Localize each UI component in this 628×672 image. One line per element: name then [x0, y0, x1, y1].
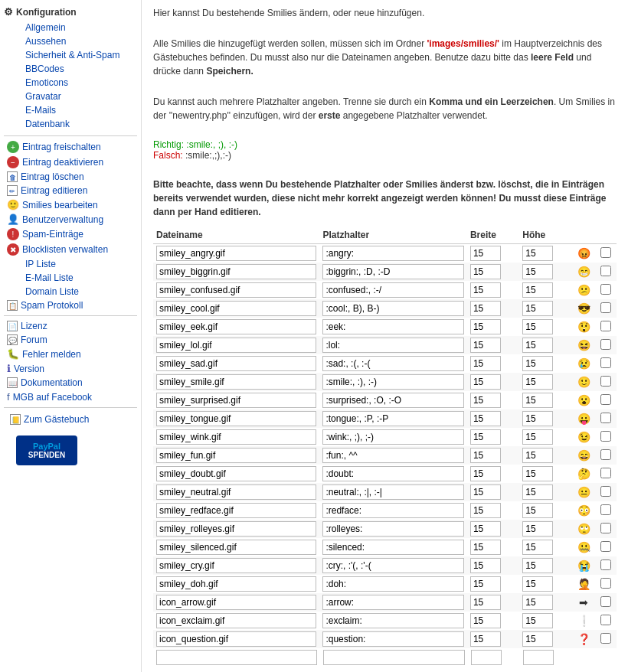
row-checkbox-16[interactable] — [600, 541, 611, 552]
sidebar-item-zum-gastebuch[interactable]: 📒 Zum Gästebuch — [4, 411, 137, 428]
sidebar-item-facebook[interactable]: f MGB auf Facebook — [4, 390, 137, 404]
placeholder-input-7[interactable] — [322, 374, 464, 390]
height-input-6[interactable] — [522, 356, 553, 371]
row-checkbox-14[interactable] — [600, 504, 611, 515]
row-checkbox-7[interactable] — [600, 376, 611, 387]
height-input-9[interactable] — [522, 411, 553, 426]
height-input-0[interactable] — [522, 246, 553, 261]
filename-input-1[interactable] — [156, 264, 316, 279]
height-input-14[interactable] — [522, 503, 553, 518]
placeholder-input-4[interactable] — [322, 319, 464, 334]
filename-input-10[interactable] — [156, 429, 316, 445]
row-checkbox-8[interactable] — [600, 394, 611, 405]
filename-input-14[interactable] — [156, 503, 316, 518]
width-input-4[interactable] — [470, 319, 501, 334]
width-input-1[interactable] — [470, 264, 501, 279]
width-input-11[interactable] — [470, 448, 501, 463]
width-input-15[interactable] — [470, 521, 501, 537]
height-input-1[interactable] — [522, 264, 553, 279]
new-width-input[interactable] — [471, 650, 502, 665]
filename-input-2[interactable] — [156, 282, 316, 298]
placeholder-input-6[interactable] — [322, 356, 464, 371]
filename-input-20[interactable] — [156, 613, 316, 628]
sidebar-item-aussehen[interactable]: Aussehen — [4, 34, 137, 48]
height-input-13[interactable] — [522, 484, 553, 500]
row-checkbox-21[interactable] — [600, 633, 611, 644]
height-input-2[interactable] — [522, 282, 553, 298]
row-checkbox-5[interactable] — [600, 339, 611, 350]
height-input-10[interactable] — [522, 429, 553, 445]
row-checkbox-13[interactable] — [600, 486, 611, 497]
sidebar-item-ip-liste[interactable]: IP Liste — [4, 257, 137, 271]
sidebar-item-spam-protokoll[interactable]: 📋 Spam Protokoll — [4, 298, 137, 312]
placeholder-input-13[interactable] — [322, 484, 464, 500]
filename-input-7[interactable] — [156, 374, 316, 390]
width-input-5[interactable] — [470, 338, 501, 353]
height-input-19[interactable] — [522, 595, 553, 610]
height-input-11[interactable] — [522, 448, 553, 463]
height-input-16[interactable] — [522, 540, 553, 555]
sidebar-item-bbcodes[interactable]: BBCodes — [4, 62, 137, 76]
row-checkbox-17[interactable] — [600, 559, 611, 570]
row-checkbox-6[interactable] — [600, 357, 611, 368]
width-input-21[interactable] — [470, 631, 501, 647]
placeholder-input-18[interactable] — [322, 576, 464, 592]
width-input-13[interactable] — [470, 484, 501, 500]
row-checkbox-18[interactable] — [600, 578, 611, 589]
filename-input-11[interactable] — [156, 448, 316, 463]
filename-input-5[interactable] — [156, 338, 316, 353]
width-input-18[interactable] — [470, 576, 501, 592]
filename-input-13[interactable] — [156, 484, 316, 500]
height-input-20[interactable] — [522, 613, 553, 628]
width-input-10[interactable] — [470, 429, 501, 445]
height-input-3[interactable] — [522, 301, 553, 316]
placeholder-input-16[interactable] — [322, 540, 464, 555]
height-input-7[interactable] — [522, 374, 553, 390]
filename-input-0[interactable] — [156, 246, 316, 261]
sidebar-item-smilies-bearbeiten[interactable]: 🙂 Smilies bearbeiten — [4, 197, 137, 212]
filename-input-16[interactable] — [156, 540, 316, 555]
row-checkbox-20[interactable] — [600, 615, 611, 625]
new-placeholder-input[interactable] — [323, 650, 465, 665]
sidebar-item-gravatar[interactable]: Gravatar — [4, 90, 137, 103]
width-input-9[interactable] — [470, 411, 501, 426]
placeholder-input-3[interactable] — [322, 301, 464, 316]
filename-input-18[interactable] — [156, 576, 316, 592]
sidebar-item-eintrag-deaktivieren[interactable]: − Eintrag deaktivieren — [4, 155, 137, 170]
row-checkbox-10[interactable] — [600, 431, 611, 442]
sidebar-item-dokumentation[interactable]: 📖 Dokumentation — [4, 376, 137, 390]
placeholder-input-11[interactable] — [322, 448, 464, 463]
width-input-3[interactable] — [470, 301, 501, 316]
placeholder-input-12[interactable] — [322, 466, 464, 481]
sidebar-item-version[interactable]: ℹ Version — [4, 361, 137, 376]
sidebar-item-allgemein[interactable]: Allgemein — [4, 21, 137, 34]
row-checkbox-12[interactable] — [600, 468, 611, 478]
row-checkbox-3[interactable] — [600, 302, 611, 313]
width-input-8[interactable] — [470, 393, 501, 408]
width-input-7[interactable] — [470, 374, 501, 390]
height-input-15[interactable] — [522, 521, 553, 537]
height-input-18[interactable] — [522, 576, 553, 592]
sidebar-item-fehler-melden[interactable]: 🐛 Fehler melden — [4, 347, 137, 361]
row-checkbox-9[interactable] — [600, 413, 611, 423]
placeholder-input-14[interactable] — [322, 503, 464, 518]
sidebar-item-datenbank[interactable]: Datenbank — [4, 117, 137, 131]
placeholder-input-19[interactable] — [322, 595, 464, 610]
width-input-14[interactable] — [470, 503, 501, 518]
paypal-button[interactable]: PayPal SPENDEN — [16, 435, 77, 465]
filename-input-21[interactable] — [156, 631, 316, 647]
width-input-16[interactable] — [470, 540, 501, 555]
filename-input-17[interactable] — [156, 558, 316, 573]
row-checkbox-19[interactable] — [600, 596, 611, 607]
placeholder-input-20[interactable] — [322, 613, 464, 628]
filename-input-15[interactable] — [156, 521, 316, 537]
width-input-2[interactable] — [470, 282, 501, 298]
new-height-input[interactable] — [523, 650, 554, 665]
height-input-21[interactable] — [522, 631, 553, 647]
height-input-8[interactable] — [522, 393, 553, 408]
width-input-20[interactable] — [470, 613, 501, 628]
placeholder-input-0[interactable] — [322, 246, 464, 261]
sidebar-item-spam-eintraege[interactable]: ! Spam-Einträge — [4, 227, 137, 242]
placeholder-input-9[interactable] — [322, 411, 464, 426]
height-input-17[interactable] — [522, 558, 553, 573]
